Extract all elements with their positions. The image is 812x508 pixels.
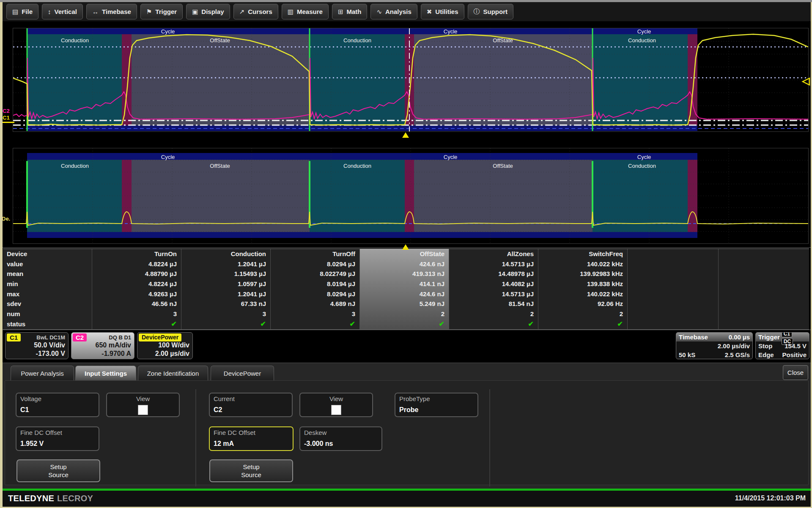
table-column-offstate[interactable]: OffState424.6 nJ419.313 nJ414.1 nJ424.6 … xyxy=(359,249,449,329)
menu-item-analysis[interactable]: ∿Analysis xyxy=(370,4,417,19)
voltage-view-label: View xyxy=(107,395,179,402)
menu-item-label: Math xyxy=(346,8,361,15)
tab-power-analysis[interactable]: Power Analysis xyxy=(11,366,74,380)
menu-item-label: Support xyxy=(483,8,508,15)
table-empty-column[interactable] xyxy=(627,249,718,329)
table-cell: 14.4082 µJ xyxy=(449,279,538,289)
table-column-turnoff[interactable]: TurnOff8.0294 µJ8.022749 µJ8.0194 µJ8.02… xyxy=(270,249,359,329)
trigger-slope: Positive xyxy=(782,351,807,358)
setup-source-current-button[interactable]: Setup Source xyxy=(209,459,293,482)
table-cell: 4.88790 µJ xyxy=(92,269,181,279)
table-cell: 5.249 nJ xyxy=(360,299,449,309)
devicepower-scale: 100 W/div xyxy=(158,341,189,349)
table-cell: 4.8224 µJ xyxy=(92,259,181,269)
current-view-checkbox[interactable] xyxy=(331,405,341,415)
table-cell xyxy=(628,319,718,329)
screen-frame-left xyxy=(0,2,3,508)
menu-bar: ▤File↕Vertical↔Timebase⚑Trigger▣Display↗… xyxy=(3,2,811,22)
table-empty-column[interactable] xyxy=(718,249,809,329)
support-info-icon: ⓘ xyxy=(474,8,480,16)
zone-label-conduction: Conduction xyxy=(61,37,89,44)
menu-item-vertical[interactable]: ↕Vertical xyxy=(42,4,83,19)
table-cell: 419.313 nJ xyxy=(360,269,449,279)
c1-position-marker[interactable]: C1 xyxy=(3,115,10,121)
table-cell: 81.54 nJ xyxy=(449,299,538,309)
channel-descriptor-devicepower[interactable]: DevicePower 100 W/div 2.00 µs/div xyxy=(137,332,193,359)
deskew-label: Deskew xyxy=(304,429,326,436)
voltage-view-field[interactable]: View xyxy=(106,393,180,417)
channel-descriptor-c2[interactable]: C2 DQ B D1 650 mA/div -1.9700 A xyxy=(71,332,134,359)
tab-zone-identification[interactable]: Zone Identification xyxy=(138,366,208,380)
table-column-turnon[interactable]: TurnOn4.8224 µJ4.88790 µJ4.8224 µJ4.9263… xyxy=(92,249,181,329)
measure-icon: ▥ xyxy=(288,8,294,16)
channel-descriptor-c1[interactable]: C1 BwL DC1M 50.0 V/div -173.00 V xyxy=(5,332,69,359)
table-row-label: value xyxy=(3,259,92,269)
zone-label-conduction: Conduction xyxy=(628,163,656,169)
close-button[interactable]: Close xyxy=(783,365,808,380)
trigger-descriptor[interactable]: Trigger C1 DC Stop 154.5 V Edge Positive xyxy=(755,332,809,359)
current-view-field[interactable]: View xyxy=(299,393,373,417)
zone-label-offstate: OffState xyxy=(493,37,513,44)
tab-devicepower[interactable]: DevicePower xyxy=(211,366,274,380)
menu-item-cursors[interactable]: ↗Cursors xyxy=(233,4,278,19)
table-cell: 14.48978 µJ xyxy=(449,269,538,279)
menu-item-label: Timebase xyxy=(102,8,131,15)
table-column-header: Conduction xyxy=(181,249,270,259)
deskew-field[interactable]: Deskew -3.000 ns xyxy=(299,426,382,451)
table-column-header: SwitchFreq xyxy=(538,249,627,259)
menu-item-label: Measure xyxy=(297,8,323,15)
menu-item-timebase[interactable]: ↔Timebase xyxy=(86,4,137,19)
current-value: C2 xyxy=(214,406,222,414)
table-cell: 2 xyxy=(449,309,538,319)
file-icon: ▤ xyxy=(12,8,18,16)
probe-type-field[interactable]: ProbeType Probe xyxy=(395,393,478,417)
menu-item-measure[interactable]: ▥Measure xyxy=(282,4,329,19)
c1-coupling: BwL DC1M xyxy=(36,334,65,341)
table-cell: 4.9263 µJ xyxy=(92,289,181,299)
menu-item-support[interactable]: ⓘSupport xyxy=(468,4,514,19)
settings-dialog: Power AnalysisInput SettingsZone Identif… xyxy=(3,363,811,489)
table-status-cell: ✔ xyxy=(449,319,538,329)
menu-item-display[interactable]: ▣Display xyxy=(186,4,230,19)
table-cell xyxy=(628,279,718,289)
trigger-position-marker[interactable] xyxy=(402,132,409,138)
tab-input-settings[interactable]: Input Settings xyxy=(75,366,136,380)
table-column-allzones[interactable]: AllZones14.5713 µJ14.48978 µJ14.4082 µJ1… xyxy=(449,249,538,329)
menu-item-utilities[interactable]: ✖Utilities xyxy=(421,4,464,19)
status-check-icon: ✔ xyxy=(439,320,444,328)
table-label-column: Devicevaluemeanminmaxsdevnumstatus xyxy=(3,249,92,329)
setup-source-voltage-button[interactable]: Setup Source xyxy=(16,459,100,482)
display-icon: ▣ xyxy=(192,8,198,16)
voltage-source-field[interactable]: Voltage C1 xyxy=(16,393,99,417)
table-status-cell: ✔ xyxy=(538,319,627,329)
trigger-position-marker[interactable] xyxy=(402,244,409,250)
table-cell: 140.022 kHz xyxy=(538,259,627,269)
group-divider xyxy=(489,389,490,486)
c2-offset: -1.9700 A xyxy=(102,350,131,358)
setup-source-current-line1: Setup xyxy=(210,463,292,471)
menu-item-file[interactable]: ▤File xyxy=(6,4,38,19)
table-column-conduction[interactable]: Conduction1.2041 µJ1.15493 µJ1.0597 µJ1.… xyxy=(181,249,270,329)
divider xyxy=(0,330,812,330)
timebase-descriptor[interactable]: Timebase 0.00 µs 2.00 µs/div 50 kS 2.5 G… xyxy=(676,332,753,359)
c1-ground-marker xyxy=(1,122,14,123)
current-source-field[interactable]: Current C2 xyxy=(209,393,293,417)
table-column-header: OffState xyxy=(360,249,449,259)
table-column-switchfreq[interactable]: SwitchFreq140.022 kHz139.92983 kHz139.83… xyxy=(538,249,627,329)
timebase-rate: 2.5 GS/s xyxy=(725,351,750,358)
deskew-value: -3.000 ns xyxy=(304,440,333,448)
zone-label-cycle: Cycle xyxy=(161,28,175,35)
zone-label-offstate: OffState xyxy=(210,37,230,44)
table-cell xyxy=(719,269,809,279)
voltage-view-checkbox[interactable] xyxy=(138,405,148,415)
fine-dc-offset-voltage-field[interactable]: Fine DC Offset 1.952 V xyxy=(16,426,99,451)
table-cell xyxy=(628,309,718,319)
menu-item-trigger[interactable]: ⚑Trigger xyxy=(140,4,183,19)
status-check-icon: ✔ xyxy=(261,320,266,328)
trigger-level-arrow-icon[interactable] xyxy=(801,77,810,86)
table-row-label: min xyxy=(3,279,92,289)
c2-position-marker[interactable]: C2 xyxy=(3,108,10,114)
fine-dc-offset-current-field[interactable]: Fine DC Offset 12 mA xyxy=(209,426,294,451)
device-power-trace-label[interactable]: De. xyxy=(2,216,10,222)
menu-item-math[interactable]: ⊞Math xyxy=(332,4,368,19)
